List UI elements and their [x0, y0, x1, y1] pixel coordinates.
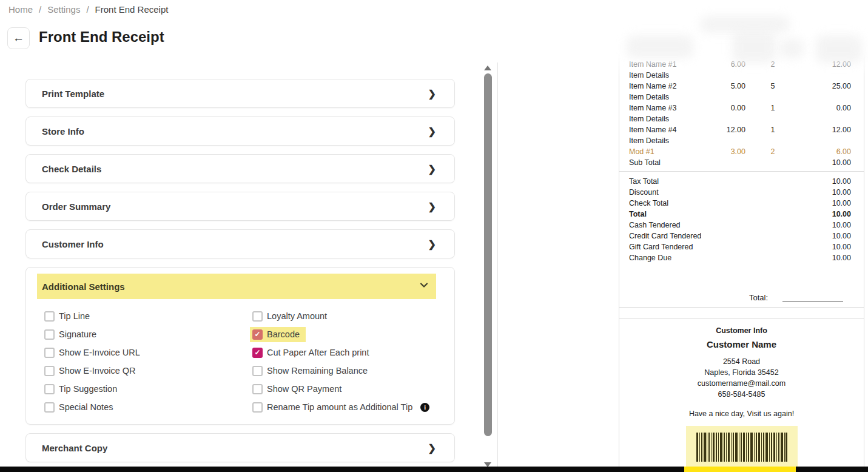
receipt-item-row: Item Name #412.00112.00 [629, 124, 851, 135]
chevron-down-icon [419, 280, 429, 292]
receipt-item-row: Item Name #25.00525.00 [629, 81, 851, 92]
option-label: Rename Tip amount as Additional Tip [267, 402, 412, 412]
option-special-notes[interactable]: ✓ Special Notes [42, 398, 250, 416]
section-additional-settings: Additional Settings ✓ Tip Line ✓ Signatu… [25, 267, 455, 425]
option-rename-tip[interactable]: ✓ Rename Tip amount as Additional Tip i [250, 398, 454, 416]
option-label: Show QR Payment [267, 384, 341, 394]
section-label: Store Info [42, 126, 428, 137]
option-show-einvoice-url[interactable]: ✓ Show E-Invoice URL [42, 343, 250, 362]
customer-info-title: Customer Info [619, 326, 864, 335]
option-barcode[interactable]: ✓ Barcode [250, 325, 454, 343]
section-label: Customer Info [42, 239, 428, 249]
signature-checkbox[interactable]: ✓ [44, 329, 55, 340]
blurred-receipt-text [779, 39, 804, 58]
breadcrumb-current: Front End Receipt [95, 4, 169, 15]
show-einvoice-url-checkbox[interactable]: ✓ [44, 348, 55, 358]
option-label: Show Remaining Balance [267, 366, 368, 376]
additional-settings-options: ✓ Tip Line ✓ Signature ✓ Show E-Invoice … [42, 307, 454, 416]
breadcrumb-settings[interactable]: Settings [47, 4, 80, 15]
show-qr-payment-checkbox[interactable]: ✓ [252, 384, 263, 394]
section-label: Merchant Copy [42, 443, 428, 453]
customer-phone: 658-584-5485 [619, 389, 864, 400]
breadcrumb: Home / Settings / Front End Receipt [8, 4, 168, 15]
barcode-highlight [686, 426, 798, 468]
show-remaining-balance-checkbox[interactable]: ✓ [252, 366, 263, 376]
section-merchant-copy[interactable]: Merchant Copy ❯ [25, 433, 455, 462]
receipt-divider [619, 307, 864, 308]
chevron-right-icon: ❯ [428, 163, 436, 175]
customer-address-line: 2554 Road [619, 356, 864, 367]
info-icon[interactable]: i [420, 403, 429, 412]
option-label: Tip Suggestion [59, 384, 117, 394]
scrollbar-up-arrow[interactable] [484, 66, 491, 70]
blurred-receipt-text [627, 35, 693, 58]
tip-line-checkbox[interactable]: ✓ [44, 311, 55, 322]
tip-suggestion-checkbox[interactable]: ✓ [44, 384, 55, 394]
chevron-right-icon: ❯ [428, 126, 436, 137]
option-signature[interactable]: ✓ Signature [42, 325, 250, 343]
section-label: Order Summary [42, 201, 428, 212]
loyalty-amount-checkbox[interactable]: ✓ [252, 311, 263, 322]
option-show-einvoice-qr[interactable]: ✓ Show E-Invoice QR [42, 362, 250, 380]
chevron-right-icon: ❯ [428, 88, 436, 99]
option-label: Special Notes [59, 402, 113, 412]
section-order-summary[interactable]: Order Summary ❯ [25, 192, 455, 221]
check-icon: ✓ [254, 331, 260, 338]
rename-tip-checkbox[interactable]: ✓ [252, 402, 263, 413]
section-label: Check Details [42, 164, 428, 174]
chevron-right-icon: ❯ [428, 442, 436, 454]
scrollbar-thumb[interactable] [484, 73, 492, 436]
receipt-total-row: Check Total10.00 [629, 198, 851, 209]
option-label: Barcode [267, 329, 300, 339]
receipt-total-signature-line: Total: [619, 289, 864, 302]
option-tip-line[interactable]: ✓ Tip Line [42, 307, 250, 325]
option-label: Tip Line [59, 311, 90, 321]
receipt-item-details: Item Details [629, 113, 851, 124]
receipt-total-row: Credit Card Tendered10.00 [629, 231, 851, 241]
check-icon: ✓ [254, 349, 260, 356]
breadcrumb-separator: / [86, 4, 89, 15]
settings-panel: Print Template ❯ Store Info ❯ Check Deta… [25, 79, 455, 471]
option-loyalty-amount[interactable]: ✓ Loyalty Amount [250, 307, 454, 325]
option-label: Signature [59, 329, 96, 339]
receipt-total-row: Total10.00 [629, 209, 851, 220]
section-check-details[interactable]: Check Details ❯ [25, 154, 455, 183]
section-store-info[interactable]: Store Info ❯ [25, 116, 455, 146]
blurred-receipt-text [816, 35, 862, 63]
receipt-item-details: Item Details [629, 92, 851, 103]
receipt-totals: Tax Total10.00 Discount10.00 Check Total… [619, 172, 864, 263]
receipt-total-row: Change Due10.00 [629, 252, 851, 263]
page-title: Front End Receipt [39, 29, 164, 46]
bottom-edge-highlight [684, 467, 796, 472]
section-print-template[interactable]: Print Template ❯ [25, 79, 455, 108]
option-tip-suggestion[interactable]: ✓ Tip Suggestion [42, 380, 250, 398]
customer-address-line: Naples, Florida 35452 [619, 367, 864, 378]
cut-paper-checkbox[interactable]: ✓ [252, 348, 263, 358]
option-label: Cut Paper After Each print [267, 348, 369, 357]
section-label: Print Template [42, 89, 428, 99]
special-notes-checkbox[interactable]: ✓ [44, 402, 55, 413]
receipt-item-row: Item Name #30.0010.00 [629, 103, 851, 113]
customer-name: Customer Name [619, 339, 864, 349]
barcode-checkbox[interactable]: ✓ [252, 329, 263, 340]
back-button[interactable]: ← [7, 27, 30, 49]
option-label: Show E-Invoice QR [59, 366, 136, 376]
chevron-right-icon: ❯ [428, 201, 436, 212]
section-label: Additional Settings [42, 282, 419, 292]
receipt-total-row: Tax Total10.00 [629, 176, 851, 187]
option-show-remaining-balance[interactable]: ✓ Show Remaining Balance [250, 362, 454, 380]
receipt-modifier-row: Mod #13.0026.00 [629, 146, 851, 157]
blurred-receipt-text [732, 32, 776, 63]
option-cut-paper[interactable]: ✓ Cut Paper After Each print [250, 343, 454, 362]
breadcrumb-home[interactable]: Home [8, 4, 33, 15]
option-label: Loyalty Amount [267, 311, 327, 321]
show-einvoice-qr-checkbox[interactable]: ✓ [44, 366, 55, 376]
panel-divider [497, 62, 498, 467]
receipt-total-row: Cash Tendered10.00 [629, 220, 851, 231]
section-customer-info[interactable]: Customer Info ❯ [25, 229, 455, 258]
receipt-total-row: Gift Card Tendered10.00 [629, 241, 851, 252]
option-show-qr-payment[interactable]: ✓ Show QR Payment [250, 380, 454, 398]
receipt-subtotal-row: Sub Total10.00 [629, 157, 851, 168]
additional-settings-header[interactable]: Additional Settings [37, 274, 436, 299]
breadcrumb-separator: / [39, 4, 41, 15]
